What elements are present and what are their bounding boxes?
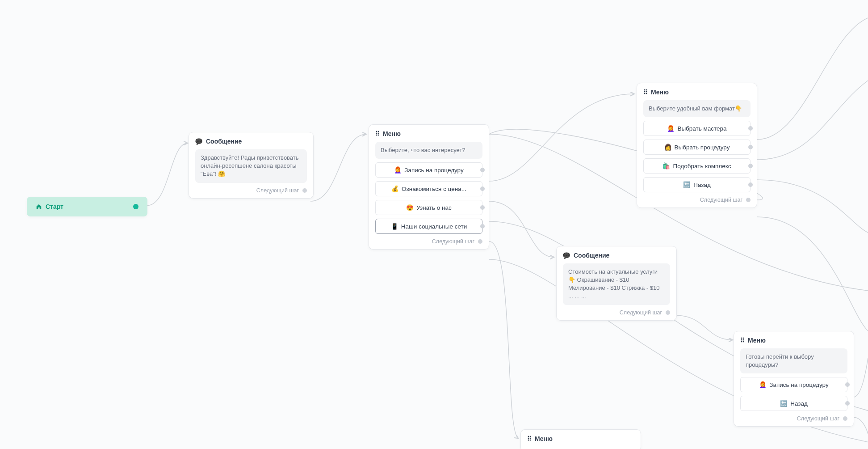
menu-button[interactable]: 📱 Наши социальные сети <box>375 219 482 234</box>
drag-icon <box>527 435 531 442</box>
port-out[interactable] <box>748 126 753 131</box>
node-header: Меню <box>643 89 751 96</box>
menu-node-2[interactable]: Меню Выберите удобный вам формат👇 👩‍🦰 Вы… <box>637 83 757 208</box>
menu-prompt: Готовы перейти к выбору процедуры? <box>740 348 847 373</box>
menu-prompt: Выберите, что вас интересует? <box>375 142 482 159</box>
port-out[interactable] <box>748 182 753 187</box>
message-body: Стоимость на актуальные услуги👇 Окрашива… <box>563 263 670 305</box>
port-out[interactable] <box>845 401 850 406</box>
drag-icon <box>740 337 744 344</box>
node-title: Сообщение <box>206 138 242 145</box>
menu-button[interactable]: 👩 Выбрать процедуру <box>643 140 751 155</box>
menu-button[interactable]: 👩‍🦰 Запись на процедуру <box>740 377 847 392</box>
port-out[interactable] <box>480 224 485 229</box>
port-out[interactable] <box>746 198 751 202</box>
menu-button[interactable]: 💰 Ознакомиться с цена... <box>375 181 482 196</box>
menu-button[interactable]: 🛍️ Подобрать комплекс <box>643 158 751 174</box>
node-header: Меню <box>527 435 634 442</box>
menu-node-3[interactable]: Меню Готовы перейти к выбору процедуры? … <box>734 331 854 427</box>
start-label: Старт <box>46 203 63 210</box>
drag-icon <box>643 89 647 96</box>
port-out[interactable] <box>133 204 138 209</box>
message-node-2[interactable]: Сообщение Стоимость на актуальные услуги… <box>556 246 677 321</box>
next-step: Следующий шаг <box>375 238 482 245</box>
next-step: Следующий шаг <box>740 415 847 422</box>
node-title: Меню <box>535 435 553 442</box>
menu-button[interactable]: 👩‍🦰 Запись на процедуру <box>375 162 482 178</box>
port-out[interactable] <box>845 382 850 387</box>
next-step: Следующий шаг <box>563 309 670 316</box>
next-step: Следующий шаг <box>643 197 751 203</box>
port-out[interactable] <box>666 310 670 315</box>
port-out[interactable] <box>480 205 485 210</box>
drag-icon <box>375 130 379 137</box>
flow-canvas[interactable]: Старт Сообщение Здравствуйте! Рады приве… <box>0 0 868 449</box>
port-out[interactable] <box>748 145 753 149</box>
menu-node-4[interactable]: Меню <box>520 429 641 449</box>
node-title: Меню <box>748 337 766 344</box>
node-title: Меню <box>383 130 401 137</box>
menu-prompt: Выберите удобный вам формат👇 <box>643 100 751 117</box>
start-node[interactable]: Старт <box>27 197 147 216</box>
speech-icon <box>195 138 202 145</box>
port-out[interactable] <box>480 186 485 191</box>
node-header: Меню <box>740 337 847 344</box>
message-body: Здравствуйте! Рады приветствовать онлайн… <box>195 149 307 183</box>
menu-button-back[interactable]: 🔙 Назад <box>643 177 751 192</box>
node-header: Сообщение <box>195 138 307 145</box>
node-title: Сообщение <box>574 252 609 259</box>
message-node-1[interactable]: Сообщение Здравствуйте! Рады приветствов… <box>189 132 314 199</box>
home-icon <box>36 203 42 210</box>
port-out[interactable] <box>302 188 307 193</box>
menu-button[interactable]: 😍 Узнать о нас <box>375 200 482 215</box>
menu-button[interactable]: 👩‍🦰 Выбрать мастера <box>643 121 751 136</box>
node-header: Меню <box>375 130 482 137</box>
menu-node-1[interactable]: Меню Выберите, что вас интересует? 👩‍🦰 З… <box>369 124 489 250</box>
speech-icon <box>563 252 570 259</box>
next-step: Следующий шаг <box>195 187 307 194</box>
menu-button-back[interactable]: 🔙 Назад <box>740 396 847 411</box>
node-header: Сообщение <box>563 252 670 259</box>
port-out[interactable] <box>748 164 753 168</box>
node-title: Меню <box>651 89 669 96</box>
port-out[interactable] <box>478 239 482 244</box>
port-out[interactable] <box>843 416 847 421</box>
port-out[interactable] <box>480 168 485 172</box>
